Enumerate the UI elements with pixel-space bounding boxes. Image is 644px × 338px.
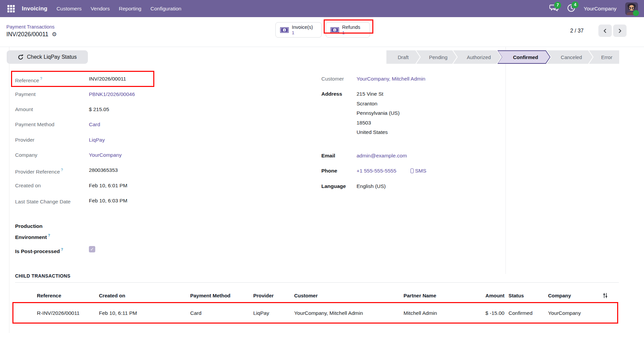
address-value: 215 Vine St Scranton Pennsylvania (US) 1… (357, 90, 399, 138)
cell-created-on: Feb 10, 6:11 PM (99, 310, 190, 316)
field-provider-reference: Provider Reference? 2800365353 (15, 166, 118, 176)
menu-reporting[interactable]: Reporting (119, 6, 141, 12)
col-header-reference[interactable]: Reference (15, 293, 99, 298)
svg-text:1: 1 (284, 28, 285, 32)
invoices-button-count: 1 (292, 30, 313, 36)
provider-reference-value: 2800365353 (89, 166, 118, 176)
banknote-icon: 1 (330, 27, 339, 33)
navbar-right: 7 4 YourCompany (549, 0, 644, 17)
company-switcher[interactable]: YourCompany (584, 6, 616, 12)
chevron-right-icon (617, 28, 623, 34)
avatar-glasses-right (632, 7, 635, 9)
pager-previous-button[interactable] (598, 25, 612, 37)
reference-value: INV/2026/00011 (89, 75, 126, 84)
app-name[interactable]: Invoicing (22, 5, 47, 12)
table-row[interactable]: R-INV/2026/00011 Feb 10, 6:11 PM Card Li… (15, 303, 619, 324)
field-payment: Payment PBNK1/2026/00046 (15, 91, 135, 98)
field-created-on: Created on Feb 10, 6:01 PM (15, 182, 127, 189)
svg-text:1: 1 (334, 28, 336, 32)
company-link[interactable]: YourCompany (89, 151, 122, 159)
field-email: Email admin@example.com (321, 152, 407, 159)
avatar-glasses-left (628, 7, 631, 9)
refresh-icon (18, 54, 23, 60)
menu-vendors[interactable]: Vendors (91, 6, 110, 12)
status-step-draft[interactable]: Draft (386, 50, 420, 64)
top-navbar: Invoicing Customers Vendors Reporting Co… (0, 0, 644, 17)
customer-link[interactable]: YourCompany, Mitchell Admin (357, 75, 425, 83)
help-icon[interactable]: ? (61, 247, 63, 251)
table-header-row: Reference Created on Payment Method Prov… (15, 289, 619, 303)
chevron-left-icon (602, 28, 608, 34)
control-panel: Payment Transactions INV/2026/00011 ⚙ 1 … (0, 17, 644, 47)
banknote-icon: 1 (280, 27, 289, 33)
col-header-provider[interactable]: Provider (253, 293, 294, 298)
col-header-payment-method[interactable]: Payment Method (190, 293, 253, 298)
cell-company: YourCompany (547, 310, 601, 316)
col-header-customer[interactable]: Customer (294, 293, 404, 298)
help-icon[interactable]: ? (61, 168, 63, 172)
pager-counter: 2 / 37 (570, 25, 584, 37)
status-step-pending[interactable]: Pending (416, 50, 457, 64)
payment-method-link[interactable]: Card (89, 121, 100, 128)
status-step-canceled[interactable]: Canceled (547, 50, 593, 64)
mobile-phone-icon (411, 168, 414, 173)
check-liqpay-status-button[interactable]: Check LiqPay Status (7, 50, 88, 64)
status-step-error[interactable]: Error (589, 50, 619, 64)
status-step-confirmed[interactable]: Confirmed (497, 50, 550, 64)
cell-partner-name: Mitchell Admin (404, 310, 476, 316)
field-address: Address 215 Vine St Scranton Pennsylvani… (321, 90, 399, 138)
messages-badge: 7 (554, 2, 561, 9)
col-header-partner-name[interactable]: Partner Name (404, 293, 476, 298)
section-divider (15, 282, 619, 283)
refunds-button-count: 1 (342, 30, 360, 36)
sheet-left-border (9, 47, 9, 333)
gear-icon[interactable]: ⚙ (52, 32, 57, 37)
status-step-authorized[interactable]: Authorized (453, 50, 501, 64)
breadcrumb[interactable]: Payment Transactions (6, 24, 54, 30)
col-header-status[interactable]: Status (507, 293, 547, 298)
apps-grid-icon[interactable] (7, 5, 15, 12)
child-transactions-table: Reference Created on Payment Method Prov… (15, 289, 619, 324)
messages-button[interactable]: 7 (549, 4, 559, 13)
refunds-smart-button[interactable]: 1 Refunds 1 (326, 22, 370, 38)
col-header-amount[interactable]: Amount (476, 293, 507, 298)
cell-provider: LiqPay (253, 310, 294, 316)
help-icon[interactable]: ? (40, 77, 42, 81)
user-avatar[interactable] (625, 2, 638, 15)
is-post-processed-checkbox[interactable] (89, 246, 95, 252)
col-header-created-on[interactable]: Created on (99, 293, 190, 298)
field-last-state-change: Last State Change Date Feb 10, 6:03 PM (15, 197, 127, 206)
sms-button[interactable]: SMS (411, 167, 427, 175)
amount-value: $ 215.05 (89, 106, 109, 113)
language-value: English (US) (357, 183, 386, 190)
created-on-value: Feb 10, 6:01 PM (89, 182, 127, 189)
field-payment-method: Payment Method Card (15, 121, 100, 128)
optional-columns-button[interactable] (601, 293, 619, 298)
field-language: Language English (US) (321, 183, 386, 190)
main-menu: Customers Vendors Reporting Configuratio… (56, 6, 181, 12)
activities-badge: 4 (572, 1, 579, 8)
sheet-right-border (505, 47, 506, 274)
cell-status: Confirmed (507, 310, 547, 316)
email-link[interactable]: admin@example.com (357, 152, 407, 159)
child-transactions-title: CHILD TRANSACTIONS (15, 273, 70, 279)
field-phone: Phone +1 555-555-5555 SMS (321, 167, 426, 175)
menu-configuration[interactable]: Configuration (150, 6, 181, 12)
menu-customers[interactable]: Customers (56, 6, 82, 12)
invoices-button-label: Invoice(s) (292, 24, 313, 30)
help-icon[interactable]: ? (48, 233, 50, 237)
col-header-company[interactable]: Company (547, 293, 601, 298)
pager-next-button[interactable] (613, 25, 627, 37)
cell-customer: YourCompany, Mitchell Admin (294, 310, 404, 316)
payment-link[interactable]: PBNK1/2026/00046 (89, 91, 135, 98)
invoices-smart-button[interactable]: 1 Invoice(s) 1 (275, 22, 322, 38)
field-company: Company YourCompany (15, 151, 122, 159)
phone-link[interactable]: +1 555-555-5555 (357, 167, 396, 175)
statusbar: Draft Pending Authorized Confirmed Cance… (386, 50, 619, 64)
provider-link[interactable]: LiqPay (89, 136, 105, 144)
check-liqpay-status-label: Check LiqPay Status (27, 54, 77, 60)
cell-payment-method: Card (190, 310, 253, 316)
record-title: INV/2026/00011 ⚙ (6, 31, 57, 38)
refunds-button-label: Refunds (342, 24, 360, 30)
activities-button[interactable]: 4 (567, 4, 576, 14)
